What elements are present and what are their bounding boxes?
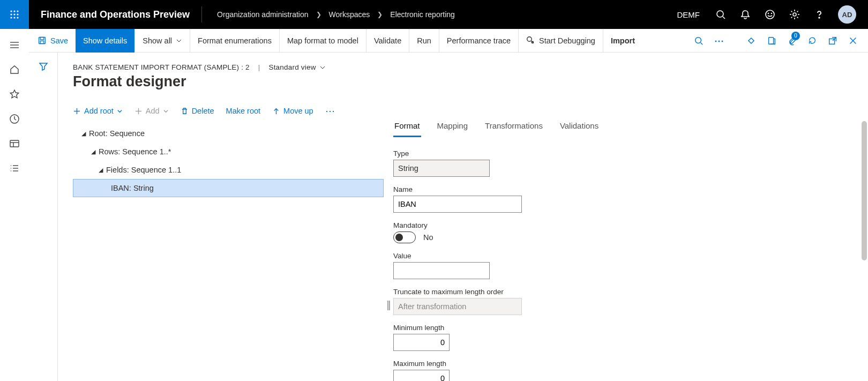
cmd-more-button[interactable]: ⋯ xyxy=(709,29,729,53)
pane-splitter[interactable]: ‖ xyxy=(384,121,393,381)
toolbar-more-button[interactable]: ⋯ xyxy=(325,105,335,117)
save-button[interactable]: Save xyxy=(29,29,76,53)
nav-modules[interactable] xyxy=(8,162,21,175)
performance-trace-button[interactable]: Performance trace xyxy=(439,29,518,53)
app-launcher[interactable] xyxy=(0,0,29,29)
svg-rect-37 xyxy=(749,38,754,43)
waffle-icon xyxy=(10,10,19,19)
attachment-count-badge: 0 xyxy=(791,32,800,40)
search-button[interactable] xyxy=(709,0,732,29)
view-selector[interactable]: Standard view xyxy=(268,63,325,71)
type-label: Type xyxy=(393,150,533,158)
min-length-label: Minimum length xyxy=(393,324,533,332)
settings-button[interactable] xyxy=(783,0,806,29)
svg-point-11 xyxy=(766,10,774,19)
value-input[interactable] xyxy=(393,262,490,279)
company-code[interactable]: DEMF xyxy=(670,10,708,19)
delete-button[interactable]: Delete xyxy=(181,107,214,115)
svg-point-14 xyxy=(793,13,796,16)
nav-workspaces[interactable] xyxy=(8,137,21,150)
format-properties-form: Type String Name Mandatory xyxy=(393,138,533,381)
tree-node-rows[interactable]: ◢ Rows: Sequence 1..* xyxy=(73,143,384,161)
cmd-diamond-button[interactable] xyxy=(742,29,761,53)
svg-point-1 xyxy=(13,10,15,12)
tree-node-fields[interactable]: ◢ Fields: Sequence 1..1 xyxy=(73,161,384,179)
filter-pane-toggle[interactable] xyxy=(29,53,58,381)
svg-point-8 xyxy=(17,17,18,18)
cmd-attachments-button[interactable]: 0 xyxy=(782,29,802,53)
move-up-button[interactable]: Move up xyxy=(272,107,313,115)
filter-icon xyxy=(38,61,49,72)
svg-rect-38 xyxy=(769,37,774,44)
vertical-scrollbar[interactable] xyxy=(862,121,867,260)
feedback-button[interactable] xyxy=(759,0,781,29)
trash-icon xyxy=(181,107,189,115)
svg-line-10 xyxy=(723,17,725,19)
cmd-search-button[interactable] xyxy=(689,29,708,53)
map-format-button[interactable]: Map format to model xyxy=(279,29,366,53)
user-avatar[interactable]: AD xyxy=(838,5,856,24)
top-bar: Finance and Operations Preview Organizat… xyxy=(0,0,868,29)
breadcrumb-item[interactable]: Electronic reporting xyxy=(390,10,455,19)
svg-point-4 xyxy=(13,13,15,15)
show-details-button[interactable]: Show details xyxy=(76,29,134,53)
start-debugging-button[interactable]: Start Debugging xyxy=(518,29,603,53)
left-nav-rail xyxy=(0,29,29,381)
collapse-icon[interactable]: ◢ xyxy=(78,130,89,137)
tab-mapping[interactable]: Mapping xyxy=(436,121,469,137)
mandatory-text: No xyxy=(423,233,433,242)
designer-toolbar: Add root Add Delete Make root xyxy=(73,95,868,121)
format-tree: ◢ Root: Sequence ◢ Rows: Sequence 1..* ◢… xyxy=(73,124,384,197)
svg-point-7 xyxy=(13,17,15,18)
import-button[interactable]: Import xyxy=(603,29,642,53)
config-name: BANK STATEMENT IMPORT FORMAT (SAMPLE) : … xyxy=(73,63,250,71)
make-root-button[interactable]: Make root xyxy=(226,107,260,115)
nav-home[interactable] xyxy=(8,63,21,76)
svg-rect-30 xyxy=(40,38,44,40)
help-button[interactable] xyxy=(808,0,830,29)
notifications-button[interactable] xyxy=(734,0,757,29)
nav-expand-button[interactable] xyxy=(8,39,21,51)
format-enumerations-button[interactable]: Format enumerations xyxy=(190,29,279,53)
tab-transformations[interactable]: Transformations xyxy=(484,121,544,137)
svg-point-0 xyxy=(10,10,12,12)
collapse-icon[interactable]: ◢ xyxy=(95,167,106,174)
min-length-input[interactable] xyxy=(393,334,450,351)
add-button[interactable]: Add xyxy=(134,107,169,115)
add-root-button[interactable]: Add root xyxy=(73,107,123,115)
property-tabs: Format Mapping Transformations Validatio… xyxy=(393,121,841,138)
svg-point-5 xyxy=(17,13,18,15)
nav-recent[interactable] xyxy=(8,113,21,125)
tree-node-iban[interactable]: IBAN: String xyxy=(73,179,384,197)
svg-rect-31 xyxy=(40,41,44,43)
max-length-input[interactable] xyxy=(393,370,450,381)
type-field[interactable]: String xyxy=(393,160,490,177)
cmd-docs-button[interactable] xyxy=(762,29,781,53)
cmd-popout-button[interactable] xyxy=(823,29,842,53)
name-input[interactable] xyxy=(393,196,522,213)
tab-validations[interactable]: Validations xyxy=(559,121,600,137)
arrow-up-icon xyxy=(272,107,280,115)
breadcrumb-item[interactable]: Organization administration xyxy=(217,10,308,19)
show-all-label: Show all xyxy=(143,36,172,45)
nav-favorites[interactable] xyxy=(8,88,21,101)
svg-rect-20 xyxy=(10,140,19,147)
chevron-right-icon: ❯ xyxy=(377,11,383,18)
debug-icon xyxy=(526,36,535,45)
show-all-button[interactable]: Show all xyxy=(134,29,190,53)
cmd-refresh-button[interactable] xyxy=(803,29,822,53)
svg-point-9 xyxy=(717,11,723,17)
show-details-label: Show details xyxy=(83,36,127,45)
chevron-right-icon: ❯ xyxy=(316,11,321,18)
tab-format[interactable]: Format xyxy=(393,121,421,137)
chevron-down-icon xyxy=(176,38,182,44)
chevron-down-icon xyxy=(163,108,169,114)
collapse-icon[interactable]: ◢ xyxy=(88,148,99,155)
run-button[interactable]: Run xyxy=(409,29,439,53)
mandatory-toggle[interactable] xyxy=(393,231,416,243)
validate-button[interactable]: Validate xyxy=(366,29,409,53)
svg-point-6 xyxy=(10,17,12,18)
tree-node-root[interactable]: ◢ Root: Sequence xyxy=(73,124,384,143)
breadcrumb-item[interactable]: Workspaces xyxy=(329,10,370,19)
cmd-close-button[interactable] xyxy=(843,29,863,53)
